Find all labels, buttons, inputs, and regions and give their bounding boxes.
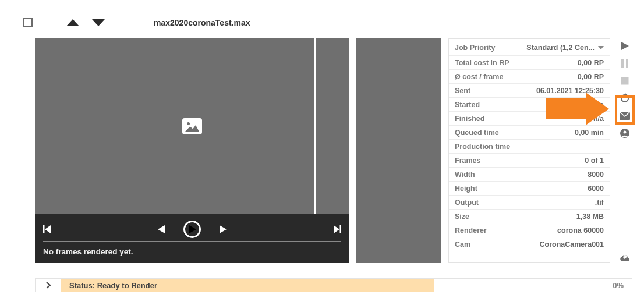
info-label: Frames [455, 157, 480, 165]
info-value: .tif [595, 198, 604, 207]
email-button[interactable] [618, 109, 631, 122]
skip-end-button[interactable] [333, 225, 341, 233]
info-value: 0,00 RP [578, 59, 604, 67]
prev-frame-button[interactable] [158, 225, 165, 233]
info-value: 8000 [588, 171, 604, 179]
image-placeholder-icon [182, 118, 202, 134]
status-text: Status: Ready to Render [61, 279, 434, 292]
status-percent: 0% [597, 279, 632, 292]
info-value: CoronaCamera001 [540, 240, 604, 249]
svg-marker-2 [158, 225, 165, 233]
playback-bar: No frames rendered yet. [35, 214, 349, 263]
info-label-priority: Job Priority [455, 44, 495, 52]
status-bar: Status: Ready to Render 0% [35, 278, 632, 292]
info-label: Width [455, 171, 475, 179]
svg-marker-5 [334, 225, 339, 233]
pause-job-button[interactable] [618, 57, 631, 70]
info-value: 0,00 RP [578, 73, 604, 81]
priority-dropdown[interactable]: Standard (1,2 Cen... [526, 44, 604, 52]
playback-progress[interactable] [43, 241, 341, 242]
info-label: Production time [455, 143, 510, 151]
priority-value: Standard (1,2 Cen... [526, 44, 595, 52]
info-value: n/a [593, 115, 604, 123]
job-filename: max2020coronaTest.max [154, 18, 250, 27]
svg-marker-3 [189, 225, 196, 233]
svg-point-13 [624, 131, 627, 134]
svg-rect-0 [43, 225, 45, 233]
info-value: corona 60000 [557, 226, 604, 235]
play-button[interactable] [183, 221, 201, 238]
info-label: Ø cost / frame [455, 73, 503, 81]
svg-marker-7 [621, 42, 629, 50]
svg-marker-1 [45, 225, 51, 233]
preview-divider [314, 38, 316, 214]
info-label: Queued time [455, 129, 499, 137]
stop-job-button[interactable] [618, 74, 631, 87]
svg-rect-10 [621, 77, 629, 85]
status-expand-button[interactable] [36, 279, 61, 292]
move-up-icon[interactable] [66, 19, 79, 26]
svg-rect-9 [626, 59, 628, 68]
info-label: Output [455, 198, 479, 207]
info-value: 0 of 1 [585, 157, 604, 165]
next-frame-button[interactable] [220, 225, 227, 233]
right-toolbar [617, 38, 632, 263]
skip-start-button[interactable] [43, 225, 51, 233]
svg-rect-6 [340, 225, 342, 233]
info-value: 0,00 min [575, 129, 604, 137]
info-label: Started [455, 101, 480, 109]
info-value: n/a [593, 101, 604, 109]
download-button[interactable] [618, 250, 631, 263]
preview-canvas[interactable] [35, 38, 349, 214]
info-label: Height [455, 185, 477, 193]
svg-rect-8 [621, 59, 624, 68]
preview-column: No frames rendered yet. [35, 38, 349, 263]
info-value: 1,38 MB [576, 212, 604, 221]
svg-marker-4 [220, 225, 227, 233]
info-label: Sent [455, 87, 470, 95]
support-button[interactable] [618, 127, 631, 140]
info-value: 6000 [588, 185, 604, 193]
move-down-icon[interactable] [92, 19, 105, 26]
info-label: Finished [455, 115, 484, 123]
info-value: 06.01.2021 12:25:30 [536, 87, 604, 95]
info-label: Size [455, 212, 469, 221]
info-label: Renderer [455, 226, 487, 235]
job-info-panel: Job Priority Standard (1,2 Cen... Total … [448, 38, 610, 263]
info-label: Cam [455, 240, 470, 249]
no-frames-text: No frames rendered yet. [43, 247, 341, 256]
aux-panel [356, 38, 441, 263]
restart-job-button[interactable] [618, 92, 631, 105]
info-label: Total cost in RP [455, 59, 509, 67]
dropdown-icon [598, 46, 604, 49]
select-job-checkbox[interactable] [23, 18, 33, 27]
play-job-button[interactable] [618, 40, 631, 52]
